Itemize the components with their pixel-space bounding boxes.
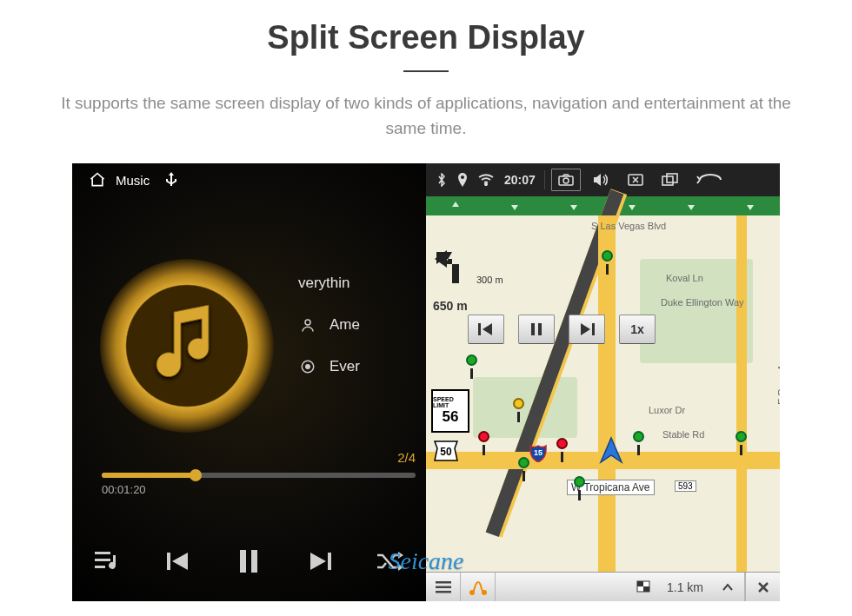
track-meta: verythin Ame Ever: [298, 275, 360, 400]
traffic-light-icon: [574, 476, 586, 500]
svg-rect-24: [436, 591, 451, 593]
album-name: Ever: [329, 358, 360, 375]
svg-rect-23: [436, 586, 451, 588]
svg-rect-20: [538, 323, 542, 335]
speed-limit-label: SPEED LIMIT: [433, 396, 468, 408]
traffic-light-icon: [736, 431, 748, 455]
svg-point-12: [563, 178, 569, 183]
previous-button[interactable]: [151, 539, 205, 584]
track-count: 2/4: [397, 450, 416, 465]
turn-1-distance: 300 m: [476, 275, 503, 285]
svg-rect-3: [95, 552, 110, 554]
dismiss-button[interactable]: [621, 169, 650, 191]
svg-rect-8: [251, 550, 257, 573]
street-label: Koval Ln: [666, 273, 703, 283]
svg-text:50: 50: [440, 446, 452, 458]
sim-controls: 1x: [468, 315, 656, 344]
song-title: verythin: [298, 275, 350, 292]
elapsed-time: 00:01:20: [102, 483, 146, 496]
map-canvas[interactable]: S Las Vegas Blvd Koval Ln Duke Ellington…: [426, 215, 780, 572]
navigation-pane: 20:07: [426, 163, 780, 601]
recents-button[interactable]: [656, 169, 685, 191]
svg-rect-15: [667, 174, 677, 182]
street-number: 593: [675, 480, 696, 492]
song-title-row: verythin: [298, 275, 360, 292]
volume-button[interactable]: [586, 169, 616, 191]
svg-rect-14: [662, 176, 673, 185]
svg-rect-22: [436, 581, 451, 584]
sim-next-button[interactable]: [569, 315, 605, 344]
traffic-light-icon: [602, 250, 614, 275]
street-label: S Las Vegas Blvd: [591, 221, 666, 231]
album-art: [100, 259, 274, 433]
music-status-bar: Music: [72, 163, 426, 196]
street-label: Stable Rd: [662, 429, 704, 440]
svg-point-25: [470, 591, 474, 594]
disc-icon: [298, 359, 317, 374]
music-notes-icon: [153, 301, 221, 387]
road: [736, 215, 747, 572]
svg-point-10: [485, 183, 487, 185]
dir-slot-2: [485, 196, 544, 215]
page-title: Split Screen Display: [0, 19, 852, 56]
menu-button[interactable]: [426, 573, 461, 602]
sim-pause-button[interactable]: [518, 315, 555, 344]
dir-slot-3: [544, 196, 603, 215]
home-icon[interactable]: [88, 171, 107, 189]
close-button[interactable]: [745, 573, 780, 602]
interstate-shield-icon: 15: [529, 443, 548, 462]
music-pane: Music verythin Ame: [72, 163, 426, 601]
svg-rect-18: [478, 323, 481, 335]
svg-rect-5: [95, 566, 105, 568]
speed-limit-sign: SPEED LIMIT 56: [431, 389, 469, 433]
nav-footer: 1.1 km: [426, 572, 780, 601]
back-button[interactable]: [690, 169, 729, 191]
svg-rect-19: [531, 323, 535, 335]
svg-rect-4: [95, 559, 110, 561]
shuffle-button[interactable]: [363, 539, 417, 584]
sim-speed-button[interactable]: 1x: [619, 315, 656, 344]
svg-rect-7: [240, 550, 246, 573]
head-unit-screen: Music verythin Ame: [72, 163, 780, 601]
street-label: Luxor Dr: [649, 405, 685, 415]
music-controls: [72, 539, 426, 584]
screenshot-button[interactable]: [551, 169, 581, 191]
usb-icon: [165, 172, 177, 188]
traffic-light-icon: [633, 431, 645, 455]
turn-2-distance: 650 m: [433, 299, 468, 313]
traffic-light-icon: [513, 398, 525, 422]
progress-thumb[interactable]: [190, 469, 202, 481]
svg-point-26: [483, 591, 486, 594]
speed-limit-value: 56: [443, 408, 459, 426]
system-bar: 20:07: [426, 163, 780, 196]
music-status-title: Music: [116, 173, 150, 188]
sim-prev-button[interactable]: [468, 315, 504, 344]
page-subtitle: It supports the same screen display of t…: [48, 91, 804, 141]
traffic-light-icon: [466, 354, 478, 379]
svg-rect-6: [167, 553, 170, 570]
album-row: Ever: [298, 358, 360, 375]
next-button[interactable]: [293, 539, 347, 584]
dir-slot-6: [721, 196, 780, 215]
wifi-icon: [478, 174, 494, 186]
svg-point-0: [305, 320, 310, 325]
footer-distance: 1.1 km: [660, 580, 710, 594]
svg-point-2: [306, 365, 310, 369]
pause-button[interactable]: [222, 539, 276, 584]
destination-icon: [629, 580, 660, 595]
traffic-light-icon: [478, 431, 490, 455]
artist-icon: [298, 317, 317, 333]
playlist-button[interactable]: [81, 539, 135, 584]
progress-bar[interactable]: [102, 473, 416, 478]
artist-name: Ame: [329, 316, 360, 334]
street-label: E Reno Ave: [776, 354, 780, 405]
progress-area[interactable]: 00:01:20: [102, 467, 416, 497]
system-time: 20:07: [504, 173, 536, 187]
highway-shield-icon: 50: [433, 440, 459, 462]
svg-text:15: 15: [534, 448, 542, 457]
svg-rect-21: [592, 323, 595, 335]
chevron-up-icon[interactable]: [710, 573, 745, 602]
route-info-button[interactable]: [461, 573, 496, 602]
artist-row: Ame: [298, 316, 360, 334]
turn-left-icon: [433, 248, 471, 287]
